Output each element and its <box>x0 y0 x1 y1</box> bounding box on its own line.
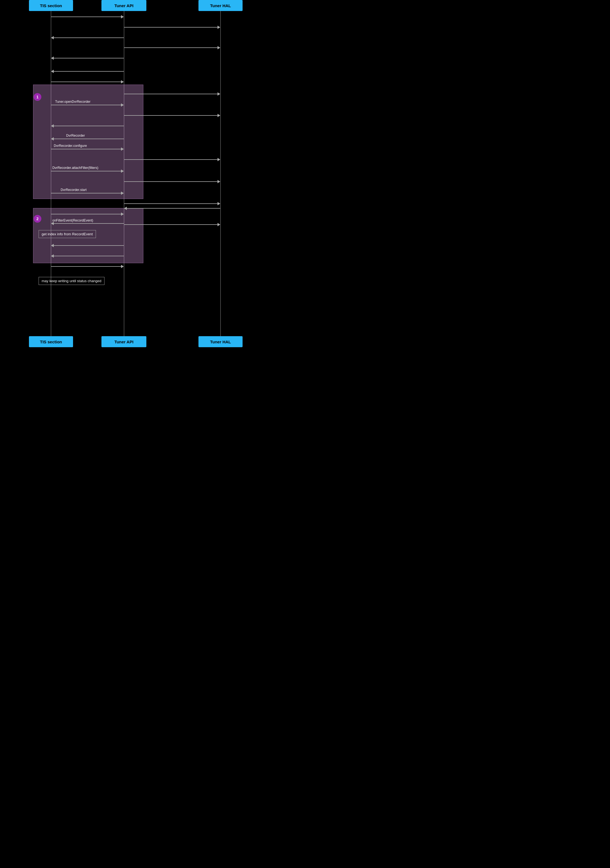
arrow-on-filter <box>51 223 124 224</box>
step-badge-1: 1 <box>34 93 41 101</box>
arrow-dvr-recorder <box>51 139 124 139</box>
arrow-5 <box>51 58 124 59</box>
note-keep-writing: may keep writing until status changed <box>39 277 104 285</box>
hal-header-label-bottom: Tuner HAL <box>210 339 231 344</box>
note-get-index: get index info from RecordEvent <box>39 230 96 238</box>
arrow-2 <box>124 27 220 28</box>
arrow-attach-filter <box>51 171 124 171</box>
arrow-configure <box>51 149 124 149</box>
arrow-8 <box>124 94 220 94</box>
api-header-top: Tuner API <box>101 0 146 11</box>
label-on-filter: onFilterEvent(RecordEvent) <box>52 219 93 222</box>
arrow-3 <box>51 37 124 38</box>
label-attach-filter: DvrRecorder.attachFilter(filters) <box>52 166 98 170</box>
label-open-dvr: Tuner.openDvrRecorder <box>55 100 90 104</box>
tis-header-bottom: TIS section <box>29 336 73 347</box>
arrow-start <box>51 193 124 194</box>
arrow-19 <box>51 214 124 214</box>
arrow-open-dvr <box>51 105 124 105</box>
arrow-6 <box>51 71 124 72</box>
arrow-20 <box>124 224 220 225</box>
arrow-25 <box>51 266 124 267</box>
label-dvr-recorder: DvrRecorder <box>66 134 85 138</box>
step-badge-2: 2 <box>34 215 41 223</box>
arrow-16 <box>124 181 220 182</box>
tis-header-label-top: TIS section <box>40 3 62 8</box>
api-header-label-bottom: Tuner API <box>114 339 133 344</box>
arrow-18 <box>124 203 220 204</box>
arrow-11 <box>51 126 124 126</box>
arrow-23 <box>51 245 124 246</box>
tis-header-top: TIS section <box>29 0 73 11</box>
hal-header-bottom: Tuner HAL <box>199 336 242 347</box>
arrow-4 <box>124 47 220 48</box>
api-header-bottom: Tuner API <box>101 336 146 347</box>
arrow-7 <box>51 82 124 82</box>
hal-header-label-top: Tuner HAL <box>210 3 231 8</box>
arrow-24 <box>51 256 124 256</box>
label-configure: DvrRecorder.configure <box>54 144 87 148</box>
api-header-label-top: Tuner API <box>114 3 133 8</box>
hal-header-top: Tuner HAL <box>199 0 242 11</box>
arrow-1 <box>51 17 124 17</box>
label-start: DvrRecorder.start <box>61 188 87 192</box>
arrow-21 <box>124 208 220 209</box>
arrow-10 <box>124 115 220 116</box>
tis-header-label-bottom: TIS section <box>40 339 62 344</box>
arrow-14 <box>124 159 220 160</box>
hal-lifeline <box>220 11 221 336</box>
